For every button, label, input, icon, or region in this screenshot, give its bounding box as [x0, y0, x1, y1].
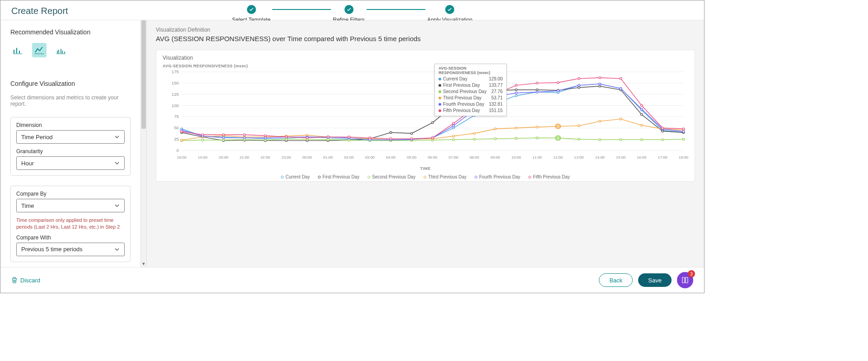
svg-point-78 [432, 122, 434, 123]
svg-text:18:00: 18:00 [679, 155, 688, 159]
svg-text:25: 25 [174, 137, 179, 141]
svg-point-89 [662, 130, 664, 132]
svg-point-116 [181, 139, 183, 141]
svg-point-104 [453, 139, 455, 141]
compare-by-select[interactable]: Time [16, 199, 125, 212]
main-panel: Visualization Definition AVG (SESSION RE… [147, 20, 704, 267]
svg-point-177 [411, 138, 413, 140]
definition-label: Visualization Definition [156, 27, 695, 33]
svg-point-106 [494, 138, 496, 140]
svg-point-159 [557, 90, 559, 92]
recommended-heading: Recommended Visualization [10, 28, 131, 36]
svg-point-95 [264, 139, 266, 141]
svg-point-85 [578, 87, 580, 89]
svg-point-173 [327, 136, 329, 138]
svg-point-167 [201, 134, 204, 136]
line-chart-icon[interactable] [32, 43, 47, 57]
trash-icon [11, 277, 18, 284]
chevron-down-icon [114, 160, 120, 166]
svg-point-154 [453, 125, 455, 127]
svg-point-92 [201, 139, 204, 141]
scroll-thumb[interactable] [141, 20, 146, 129]
svg-point-179 [453, 122, 455, 124]
svg-text:0: 0 [177, 148, 179, 153]
svg-point-54 [453, 127, 455, 129]
svg-point-145 [264, 137, 266, 139]
chart-legend: Current DayFirst Previous DaySecond Prev… [163, 174, 688, 179]
svg-point-137 [620, 118, 622, 120]
svg-point-160 [578, 84, 580, 86]
svg-point-162 [620, 88, 622, 89]
line-chart: 025507510012515017518:0019:0020:0021:002… [163, 69, 688, 164]
svg-point-190 [682, 128, 685, 130]
configure-heading: Configure Visualization [10, 80, 131, 87]
dimension-select[interactable]: Time Period [16, 130, 125, 144]
legend-item[interactable]: First Previous Day [318, 174, 359, 179]
svg-point-96 [285, 138, 287, 140]
svg-point-88 [640, 113, 643, 115]
svg-text:17:00: 17:00 [658, 155, 668, 159]
svg-point-182 [515, 84, 518, 86]
compare-group: Compare By Time Time comparison only app… [10, 186, 131, 262]
sidebar-scrollbar[interactable]: ▼ [140, 20, 147, 267]
svg-text:175: 175 [172, 70, 179, 74]
legend-item[interactable]: Third Previous Day [424, 174, 467, 179]
svg-point-158 [536, 91, 538, 93]
compare-with-select[interactable]: Previous 5 time periods [16, 243, 125, 256]
compare-by-label: Compare By [16, 191, 125, 197]
svg-text:21:00: 21:00 [240, 155, 250, 159]
legend-item[interactable]: Second Previous Day [368, 174, 415, 179]
visualization-label: Visualization [163, 55, 688, 61]
svg-point-105 [473, 138, 476, 140]
svg-text:22:00: 22:00 [261, 155, 271, 159]
footer: Discard Back Save 3 [0, 267, 704, 293]
svg-point-169 [243, 134, 246, 136]
svg-text:125: 125 [172, 92, 179, 97]
svg-point-183 [536, 82, 538, 84]
svg-text:100: 100 [172, 103, 179, 108]
chart-tooltip: AVG-SESSION RESPONSIVENESS (msec) Curren… [434, 64, 507, 116]
svg-point-77 [411, 132, 413, 134]
svg-point-171 [285, 136, 287, 138]
book-icon [681, 276, 689, 284]
svg-text:12:00: 12:00 [553, 155, 563, 159]
svg-text:13:00: 13:00 [574, 155, 584, 159]
back-button[interactable]: Back [599, 273, 633, 287]
fab-badge: 3 [688, 270, 695, 277]
svg-text:02:00: 02:00 [344, 155, 354, 159]
svg-point-170 [264, 135, 266, 136]
svg-text:03:00: 03:00 [365, 155, 375, 159]
svg-point-112 [620, 139, 622, 141]
svg-text:18:00: 18:00 [177, 155, 187, 159]
bar-chart-icon[interactable] [10, 43, 25, 57]
dimension-label: Dimension [16, 122, 125, 128]
legend-item[interactable]: Fifth Previous Day [528, 174, 570, 179]
svg-text:50: 50 [174, 126, 179, 131]
help-fab[interactable]: 3 [677, 272, 693, 288]
svg-point-114 [662, 139, 664, 141]
svg-point-176 [390, 138, 392, 140]
legend-item[interactable]: Current Day [281, 174, 310, 179]
svg-point-113 [640, 139, 643, 141]
grouped-bar-icon[interactable] [54, 43, 68, 57]
legend-item[interactable]: Fourth Previous Day [475, 174, 520, 179]
svg-text:06:00: 06:00 [428, 155, 438, 159]
svg-point-111 [599, 139, 601, 141]
svg-text:75: 75 [174, 115, 179, 119]
svg-point-133 [536, 126, 538, 128]
svg-point-172 [306, 137, 308, 139]
save-button[interactable]: Save [638, 273, 672, 287]
svg-point-115 [682, 138, 685, 140]
chevron-down-icon [114, 247, 120, 252]
svg-text:09:00: 09:00 [490, 155, 500, 159]
discard-button[interactable]: Discard [11, 277, 40, 284]
granularity-select[interactable]: Hour [16, 156, 125, 170]
svg-point-110 [578, 138, 580, 140]
svg-text:11:00: 11:00 [532, 155, 542, 159]
configure-sub: Select dimensions and metrics to create … [10, 94, 131, 107]
svg-text:07:00: 07:00 [449, 155, 459, 159]
svg-point-136 [599, 120, 601, 122]
svg-point-107 [515, 137, 518, 139]
scroll-down-icon[interactable]: ▼ [141, 261, 146, 267]
svg-point-178 [432, 137, 434, 139]
